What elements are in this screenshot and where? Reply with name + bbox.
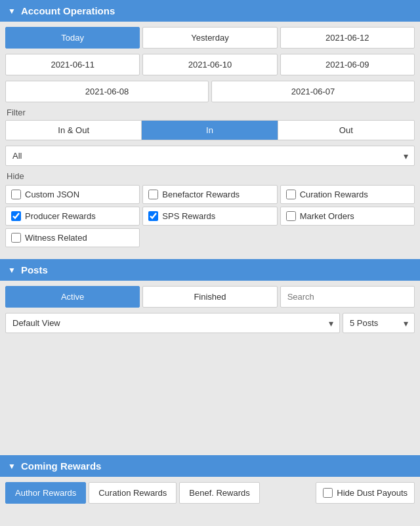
sps-rewards-checkbox[interactable] — [148, 211, 158, 221]
producer-rewards-checkbox-label[interactable]: Producer Rewards — [11, 211, 134, 221]
coming-rewards-section: ▼ Coming Rewards Author Rewards Curation… — [0, 455, 420, 509]
hide-dust-payouts-checkbox[interactable] — [323, 488, 333, 498]
date-grid-row3: 2021-06-08 2021-06-07 — [5, 81, 415, 102]
curation-rewards-label: Curation Rewards — [300, 190, 368, 199]
coming-rewards-title: Coming Rewards — [21, 460, 102, 472]
posts-finished-button[interactable]: Finished — [142, 286, 277, 308]
posts-search-input[interactable] — [287, 292, 408, 302]
witness-related-checkbox-col: Witness Related — [5, 228, 140, 247]
posts-bottom-row: Default View Detailed View Compact View … — [5, 313, 415, 338]
all-select-wrap[interactable]: All — [5, 146, 415, 166]
witness-related-checkbox[interactable] — [11, 233, 21, 243]
hide-label: Hide — [5, 171, 415, 181]
benefactor-rewards-label: Benefactor Rewards — [162, 190, 240, 199]
date-grid-row2: 2021-06-11 2021-06-10 2021-06-09 — [5, 54, 415, 75]
curation-rewards-checkbox-label[interactable]: Curation Rewards — [286, 190, 409, 199]
date-2021-06-12-button[interactable]: 2021-06-12 — [280, 27, 415, 49]
market-orders-label: Market Orders — [300, 211, 354, 221]
producer-rewards-label: Producer Rewards — [25, 211, 96, 221]
coming-rewards-header: ▼ Coming Rewards — [0, 455, 420, 477]
custom-json-checkbox-col: Custom JSON — [5, 185, 140, 204]
date-2021-06-09-button[interactable]: 2021-06-09 — [280, 54, 415, 75]
account-operations-body: Today Yesterday 2021-06-12 2021-06-11 20… — [0, 22, 420, 253]
all-select[interactable]: All — [5, 146, 415, 166]
checkbox-grid-row2: Producer Rewards SPS Rewards Market Orde… — [5, 207, 415, 226]
coming-rewards-collapse-arrow-icon[interactable]: ▼ — [8, 462, 16, 471]
sps-rewards-checkbox-col: SPS Rewards — [142, 207, 277, 226]
benefactor-rewards-checkbox-label[interactable]: Benefactor Rewards — [148, 190, 271, 199]
hide-dust-payouts-label-text: Hide Dust Payouts — [337, 488, 408, 498]
curation-rewards-button[interactable]: Curation Rewards — [89, 482, 177, 504]
witness-related-label: Witness Related — [25, 233, 87, 243]
checkbox-grid-row3: Witness Related — [5, 228, 415, 247]
custom-json-label: Custom JSON — [25, 190, 79, 199]
market-orders-checkbox-label[interactable]: Market Orders — [286, 211, 409, 221]
date-2021-06-07-button[interactable]: 2021-06-07 — [211, 81, 415, 102]
sps-rewards-checkbox-label[interactable]: SPS Rewards — [148, 211, 271, 221]
posts-toggle-group: Active Finished — [5, 286, 415, 308]
market-orders-checkbox[interactable] — [286, 211, 296, 221]
posts-title: Posts — [21, 264, 48, 275]
filter-in-button[interactable]: In — [142, 121, 278, 140]
account-operations-section: ▼ Account Operations Today Yesterday 202… — [0, 0, 420, 253]
account-operations-header: ▼ Account Operations — [0, 0, 420, 22]
curation-rewards-checkbox-col: Curation Rewards — [280, 185, 415, 204]
hide-dust-payouts-label[interactable]: Hide Dust Payouts — [316, 482, 415, 504]
posts-header: ▼ Posts — [0, 259, 420, 281]
curation-rewards-checkbox[interactable] — [286, 190, 296, 199]
custom-json-checkbox[interactable] — [11, 190, 21, 199]
witness-related-checkbox-label[interactable]: Witness Related — [11, 233, 134, 243]
posts-active-button[interactable]: Active — [5, 286, 140, 308]
filter-label: Filter — [5, 108, 415, 117]
date-2021-06-08-button[interactable]: 2021-06-08 — [5, 81, 209, 102]
custom-json-checkbox-label[interactable]: Custom JSON — [11, 190, 134, 199]
posts-search-display — [280, 286, 415, 308]
account-operations-title: Account Operations — [21, 5, 115, 16]
posts-collapse-arrow-icon[interactable]: ▼ — [8, 266, 16, 275]
author-rewards-button[interactable]: Author Rewards — [5, 482, 86, 504]
filter-toggle-group: In & Out In Out — [5, 120, 415, 140]
posts-count-select-wrap[interactable]: 5 Posts 10 Posts 20 Posts 50 Posts — [343, 313, 415, 333]
benefactor-rewards-checkbox[interactable] — [148, 190, 158, 199]
sps-rewards-label: SPS Rewards — [162, 211, 215, 221]
rewards-button-group: Author Rewards Curation Rewards Benef. R… — [5, 482, 415, 504]
coming-rewards-body: Author Rewards Curation Rewards Benef. R… — [0, 477, 420, 509]
posts-view-select-wrap[interactable]: Default View Detailed View Compact View — [5, 313, 340, 333]
filter-out-button[interactable]: Out — [278, 121, 414, 140]
posts-count-select[interactable]: 5 Posts 10 Posts 20 Posts 50 Posts — [343, 313, 415, 333]
posts-section: ▼ Posts Active Finished Default View Det… — [0, 259, 420, 344]
empty-space — [0, 350, 420, 455]
benef-rewards-button[interactable]: Benef. Rewards — [179, 482, 260, 504]
yesterday-button[interactable]: Yesterday — [142, 27, 277, 49]
posts-body: Active Finished Default View Detailed Vi… — [0, 281, 420, 344]
filter-in-and-out-button[interactable]: In & Out — [6, 121, 142, 140]
collapse-arrow-icon[interactable]: ▼ — [8, 7, 16, 16]
posts-view-select[interactable]: Default View Detailed View Compact View — [5, 313, 340, 333]
producer-rewards-checkbox[interactable] — [11, 211, 21, 221]
market-orders-checkbox-col: Market Orders — [280, 207, 415, 226]
checkbox-grid-row1: Custom JSON Benefactor Rewards Curation … — [5, 185, 415, 204]
today-button[interactable]: Today — [5, 27, 140, 49]
benefactor-rewards-checkbox-col: Benefactor Rewards — [142, 185, 277, 204]
producer-rewards-checkbox-col: Producer Rewards — [5, 207, 140, 226]
date-2021-06-11-button[interactable]: 2021-06-11 — [5, 54, 140, 75]
date-grid-row1: Today Yesterday 2021-06-12 — [5, 27, 415, 49]
date-2021-06-10-button[interactable]: 2021-06-10 — [142, 54, 277, 75]
